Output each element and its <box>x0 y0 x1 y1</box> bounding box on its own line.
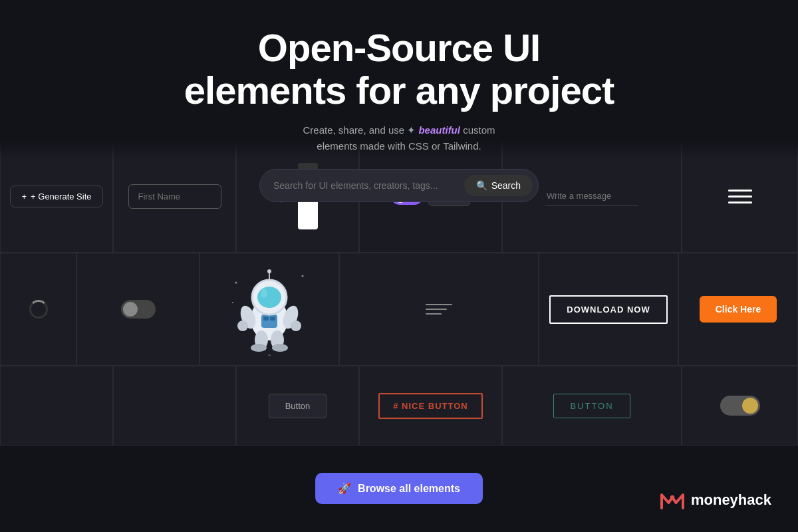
grid-cell-spinner <box>0 253 76 366</box>
hero-title: Open-Source UI elements for any project <box>13 27 785 112</box>
svg-rect-4 <box>261 315 277 328</box>
menu-lines[interactable] <box>426 304 452 315</box>
search-button-label: Search <box>491 180 521 191</box>
outline-button-label: BUTTON <box>570 401 613 411</box>
svg-point-18 <box>235 282 237 284</box>
grid-cell-click-here: Click Here <box>678 253 798 366</box>
browse-button-container: 🚀 Browse all elements <box>315 473 483 504</box>
moneyhack-logo: moneyhack <box>659 489 771 511</box>
grid-cell-toggle-off <box>76 253 200 366</box>
grid-row-3: Button # NICE BUTTON BUTTON <box>0 366 798 446</box>
svg-point-13 <box>251 344 267 352</box>
click-here-label: Click Here <box>716 304 761 315</box>
nice-button[interactable]: # NICE BUTTON <box>378 393 482 419</box>
svg-point-14 <box>272 344 288 352</box>
svg-point-16 <box>267 269 271 273</box>
subtitle-before: Create, share, and use <box>303 124 405 136</box>
download-button[interactable]: DOWNLOAD NOW <box>549 295 667 324</box>
svg-point-22 <box>670 495 674 499</box>
grid-cell-nice-button: # NICE BUTTON <box>359 366 502 446</box>
svg-rect-5 <box>263 317 269 321</box>
page-wrapper: Open-Source UI elements for any project … <box>0 0 798 532</box>
dark-button-label: Button <box>285 401 311 411</box>
nice-button-label: # NICE BUTTON <box>393 401 467 411</box>
svg-point-20 <box>232 302 233 303</box>
grid-cell-astronaut <box>200 253 339 366</box>
svg-point-19 <box>302 275 304 277</box>
svg-point-2 <box>257 287 281 308</box>
search-button[interactable]: 🔍 Search <box>464 175 533 196</box>
hero-subtitle: Create, share, and use ✦ beautiful custo… <box>13 122 785 154</box>
search-icon: 🔍 <box>476 180 487 191</box>
browse-all-elements-button[interactable]: 🚀 Browse all elements <box>315 473 483 504</box>
rocket-icon: 🚀 <box>338 482 351 495</box>
search-bar: 🔍 Search <box>259 169 539 202</box>
subtitle-after: custom <box>463 124 495 136</box>
grid-cell-dark-button: Button <box>236 366 359 446</box>
grid-cell-r3-1 <box>0 366 113 446</box>
hero-title-line1: Open-Source UI <box>258 26 540 69</box>
astronaut-illustration <box>223 263 316 356</box>
subtitle-line2: elements made with CSS or Tailwind. <box>317 140 481 152</box>
toggle-off[interactable] <box>121 300 156 319</box>
svg-point-21 <box>268 354 271 356</box>
grid-cell-toggle-gold <box>682 366 798 446</box>
grid-cell-r3-2 <box>113 366 236 446</box>
grid-cell-menu-lines <box>339 253 539 366</box>
loading-spinner <box>29 300 48 319</box>
moneyhack-brand-name: moneyhack <box>691 491 771 509</box>
menu-line-1 <box>426 304 452 305</box>
menu-line-2 <box>426 309 447 310</box>
menu-line-3 <box>426 313 442 315</box>
svg-point-3 <box>261 289 267 298</box>
outline-button[interactable]: BUTTON <box>553 394 630 418</box>
grid-cell-outline-button: BUTTON <box>502 366 682 446</box>
grid-cell-download: DOWNLOAD NOW <box>539 253 678 366</box>
search-input[interactable] <box>273 180 464 191</box>
moneyhack-logo-icon <box>659 489 686 511</box>
hero-title-line2: elements for any project <box>184 68 614 112</box>
click-here-button[interactable]: Click Here <box>700 296 777 323</box>
svg-rect-6 <box>270 317 275 321</box>
browse-button-label: Browse all elements <box>358 483 460 495</box>
gold-toggle[interactable] <box>720 396 760 416</box>
dark-button[interactable]: Button <box>269 394 327 418</box>
svg-point-10 <box>291 321 301 331</box>
download-label: DOWNLOAD NOW <box>567 305 650 315</box>
sparkle-icon: ✦ <box>407 122 416 138</box>
subtitle-beautiful: beautiful <box>418 124 460 136</box>
grid-row-2: DOWNLOAD NOW Click Here <box>0 253 798 366</box>
hero-section: Open-Source UI elements for any project … <box>0 0 798 215</box>
svg-point-9 <box>237 321 248 331</box>
